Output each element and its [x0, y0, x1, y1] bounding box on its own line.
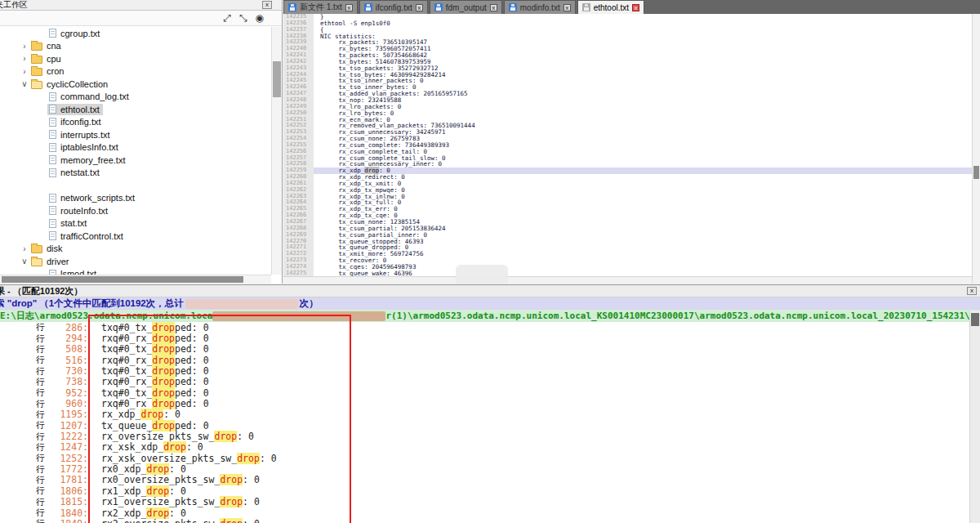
match-highlight: drop: [163, 441, 186, 453]
tree-item-label: disk: [47, 244, 63, 253]
scrollbar-thumb[interactable]: [2, 276, 243, 283]
tab-close-icon[interactable]: x: [345, 4, 353, 11]
tree-expander-icon[interactable]: ›: [20, 42, 29, 51]
search-summary-line[interactable]: 索 "drop" （1个文件中匹配到10192次，总计次）: [0, 297, 980, 310]
tab-close-icon[interactable]: x: [564, 4, 571, 11]
result-row[interactable]: 行 1207: tx_queue_dropped: 0: [0, 420, 969, 431]
result-row[interactable]: 行 294: rxq#0_rx_dropped: 0: [0, 333, 969, 343]
result-text: rx0_xdp_drop: 0: [101, 463, 186, 475]
tree-item[interactable]: › disk: [0, 243, 271, 256]
editor-line[interactable]: 142236 ethtool -S enp1s0f0: [283, 20, 972, 27]
result-row[interactable]: 行 1195: rx_xdp_drop: 0: [0, 409, 969, 420]
tree-item[interactable]: ifconfig.txt: [0, 116, 271, 129]
editor-area: 新文件 1.txt x ifconfig.txt x fdm_output x …: [283, 0, 980, 284]
editor-tab[interactable]: ifconfig.txt x: [359, 0, 428, 14]
tree-item[interactable]: › cna: [0, 40, 271, 53]
line-text: ethtool -S enp1s0f0: [320, 20, 390, 27]
result-row[interactable]: 行 286: txq#0_tx_dropped: 0: [0, 322, 969, 333]
tree-item[interactable]: ∨ cyclicCollection: [0, 78, 271, 91]
tab-close-icon[interactable]: x: [416, 4, 423, 11]
tree-item-icon: [31, 42, 42, 51]
tree-item[interactable]: [0, 179, 271, 192]
result-row[interactable]: 行 1252: rx_xsk_oversize_pkts_sw_drop: 0: [0, 453, 969, 463]
tree-item[interactable]: network_scripts.txt: [0, 192, 271, 205]
match-highlight: drop: [220, 474, 243, 485]
tree-item[interactable]: interrupts.txt: [0, 128, 271, 141]
line-word-label: 行: [36, 517, 51, 523]
tree-expander-icon[interactable]: ›: [20, 54, 29, 63]
tab-label: modinfo.txt: [520, 3, 560, 12]
tree-item[interactable]: ethtool.txt: [0, 103, 271, 116]
scrollbar-thumb[interactable]: [971, 313, 979, 326]
result-row[interactable]: 行 1806: rx1_xdp_drop: 0: [0, 485, 969, 496]
results-titlebar: 果 - （匹配10192次） x: [0, 285, 980, 297]
result-line-number: 286:: [51, 322, 88, 333]
result-text: txq#0_tx_dropped: 0: [101, 365, 209, 377]
result-row[interactable]: 行 1815: rx1_oversize_pkts_sw_drop: 0: [0, 497, 969, 507]
tree-item[interactable]: command_log.txt: [0, 91, 271, 104]
tree-item-icon: [49, 194, 56, 203]
collapse-all-icon[interactable]: ⤡: [239, 12, 247, 24]
tree-item[interactable]: stat.txt: [0, 217, 271, 230]
result-row[interactable]: 行 952: txq#0_tx_dropped: 0: [0, 387, 969, 398]
tree-item[interactable]: cgroup.txt: [0, 27, 271, 40]
tree-item[interactable]: memory_free.txt: [0, 154, 271, 167]
tree-item[interactable]: lsmod.txt: [0, 268, 271, 275]
tree-expander-icon[interactable]: ∨: [20, 79, 29, 88]
result-text: rx_xsk_oversize_pkts_sw_drop: 0: [101, 453, 277, 464]
editor-vertical-scrollbar[interactable]: [972, 14, 980, 284]
expand-all-icon[interactable]: ⤢: [223, 12, 231, 24]
tree-item[interactable]: iptablesInfo.txt: [0, 141, 271, 154]
match-highlight: drop: [146, 485, 169, 497]
tree-item[interactable]: › cron: [0, 65, 271, 78]
editor-line[interactable]: 142237 {: [283, 27, 972, 34]
result-row[interactable]: 行 960: rxq#0_rx_dropped: 0: [0, 398, 969, 409]
editor-tab[interactable]: fdm_output x: [430, 0, 502, 14]
tree-expander-icon[interactable]: ›: [20, 244, 29, 253]
match-highlight: drop: [146, 507, 169, 519]
result-row[interactable]: 行 1222: rx_oversize_pkts_sw_drop: 0: [0, 431, 969, 441]
result-row[interactable]: 行 738: rxq#0_rx_dropped: 0: [0, 377, 969, 387]
result-row[interactable]: 行 1247: rx_xsk_xdp_drop: 0: [0, 442, 969, 453]
editor-tab[interactable]: ethtool.txt x: [577, 0, 644, 14]
editor-line[interactable]: 142272 tx_xmit_more: 569724756: [283, 251, 972, 257]
results-close-button[interactable]: x: [967, 287, 977, 295]
tree-expander-icon[interactable]: ›: [20, 67, 29, 76]
tree-item-label: interrupts.txt: [60, 130, 110, 140]
tree-horizontal-scrollbar[interactable]: [0, 275, 271, 284]
tree-item[interactable]: trafficControl.txt: [0, 230, 271, 243]
result-row[interactable]: 行 508: txq#0_tx_dropped: 0: [0, 344, 969, 355]
result-file-path-line[interactable]: E:\日志\armod0523.odata.ncmp.unicom.locar(…: [0, 310, 980, 322]
locate-file-icon[interactable]: ◉: [256, 12, 264, 24]
tree-item[interactable]: › cpu: [0, 52, 271, 65]
tab-close-icon[interactable]: x: [490, 4, 497, 11]
tree-item[interactable]: routeInfo.txt: [0, 204, 271, 217]
result-text: rxq#0_rx_dropped: 0: [101, 333, 209, 344]
tab-label: fdm_output: [446, 3, 487, 12]
tab-close-icon[interactable]: x: [632, 4, 639, 11]
results-vertical-scrollbar[interactable]: [969, 311, 980, 523]
tree-expander-icon[interactable]: ∨: [20, 257, 29, 266]
workspace-toolbar: ⤢ ⤡ ◉: [0, 11, 282, 26]
scrollbar-thumb[interactable]: [273, 61, 281, 97]
result-row[interactable]: 行 1840: rx2_xdp_drop: 0: [0, 507, 969, 518]
tree-vertical-scrollbar[interactable]: [271, 27, 282, 275]
text-editor[interactable]: 142235 } 142236 ethtool -S enp1s0f0 1422…: [283, 14, 972, 276]
workspace-close-button[interactable]: x: [262, 1, 272, 9]
editor-horizontal-scrollbar[interactable]: [283, 276, 972, 284]
editor-tab[interactable]: 新文件 1.txt x: [283, 0, 358, 14]
result-row[interactable]: 行 1849: rx2_oversize_pkts_sw_drop: 0: [0, 518, 969, 523]
result-row[interactable]: 行 516: rxq#0_rx_dropped: 0: [0, 355, 969, 365]
editor-line[interactable]: 142275 tx_queue_wake: 46396: [283, 270, 972, 276]
tree-item[interactable]: netstat.txt: [0, 167, 271, 180]
tab-label: 新文件 1.txt: [300, 2, 342, 13]
result-row[interactable]: 行 1772: rx0_xdp_drop: 0: [0, 463, 969, 474]
save-state-icon: [364, 3, 372, 11]
scrollbar-thumb[interactable]: [973, 166, 979, 179]
result-row[interactable]: 行 1781: rx0_oversize_pkts_sw_drop: 0: [0, 475, 969, 485]
tree-item[interactable]: ∨ driver: [0, 255, 271, 268]
result-row[interactable]: 行 730: txq#0_tx_dropped: 0: [0, 365, 969, 376]
match-highlight: drop: [152, 420, 175, 431]
match-highlight: drop: [152, 365, 175, 377]
editor-tab[interactable]: modinfo.txt x: [504, 0, 576, 14]
